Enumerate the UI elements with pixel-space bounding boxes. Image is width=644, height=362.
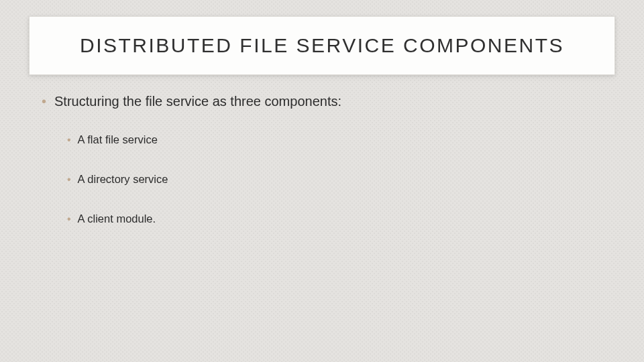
slide-title: DISTRIBUTED FILE SERVICE COMPONENTS <box>80 34 564 57</box>
slide-content: • Structuring the file service as three … <box>42 94 605 252</box>
bullet-text: Structuring the file service as three co… <box>54 94 341 109</box>
sub-bullet-list: • A flat file service • A directory serv… <box>67 133 605 225</box>
bullet-text: A flat file service <box>78 133 158 146</box>
bullet-level-2: • A flat file service <box>67 133 605 146</box>
bullet-icon: • <box>67 135 71 145</box>
bullet-icon: • <box>67 174 71 185</box>
bullet-level-1: • Structuring the file service as three … <box>42 94 605 109</box>
bullet-icon: • <box>67 214 71 225</box>
bullet-level-2: • A client module. <box>67 213 605 225</box>
bullet-level-2: • A directory service <box>67 173 605 186</box>
bullet-text: A client module. <box>78 213 156 225</box>
bullet-icon: • <box>42 95 46 108</box>
bullet-text: A directory service <box>78 173 168 186</box>
title-box: DISTRIBUTED FILE SERVICE COMPONENTS <box>29 16 615 75</box>
